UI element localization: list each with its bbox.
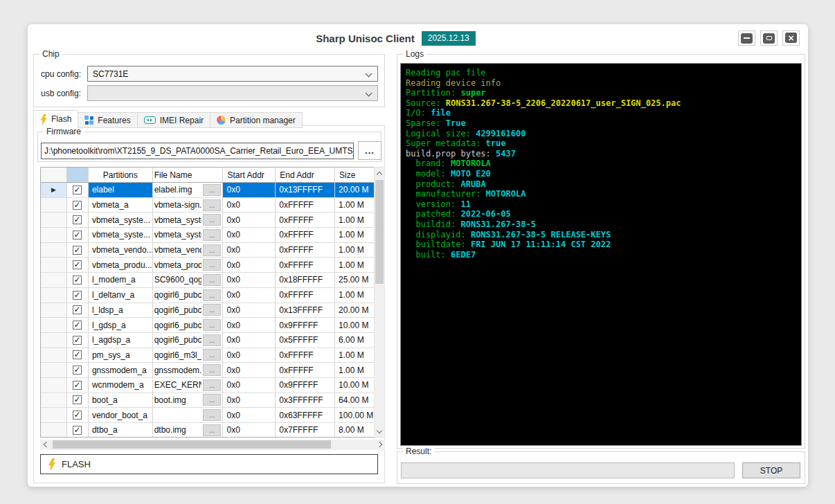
size-cell[interactable]: 6.00 M [335, 333, 374, 348]
table-row[interactable]: l_ldsp_aqogirl6_pubcp_......0x00x13FFFFF… [41, 303, 374, 318]
start-addr-cell[interactable]: 0x0 [223, 393, 276, 408]
row-selector-cell[interactable] [41, 198, 67, 213]
table-row[interactable]: vbmeta_vendo...vbmeta_vendor......0x00xF… [41, 243, 374, 258]
vertical-scroll-thumb[interactable] [375, 180, 384, 284]
row-browse-button[interactable]: ... [203, 244, 221, 256]
row-browse-button[interactable]: ... [203, 394, 221, 406]
start-addr-cell[interactable]: 0x0 [223, 408, 276, 422]
partition-checkbox[interactable] [73, 395, 82, 404]
end-addr-cell[interactable]: 0x63FFFFF [276, 408, 335, 422]
table-row[interactable]: vbmeta_syste...vbmeta_system......0x00xF… [41, 228, 374, 243]
end-addr-cell[interactable]: 0xFFFFF [276, 243, 335, 258]
partition-checkbox[interactable] [73, 260, 82, 269]
table-vertical-scrollbar[interactable] [374, 167, 385, 438]
table-row[interactable]: ▶elabelelabel.img...0x00x13FFFFF20.00 M [41, 183, 374, 198]
file-name-cell[interactable]: vbmeta_system....... [153, 213, 224, 227]
start-addr-cell[interactable]: 0x0 [223, 228, 276, 242]
partition-checkbox[interactable] [73, 411, 82, 420]
file-name-cell[interactable]: vbmeta_system...... [153, 228, 224, 242]
table-row[interactable]: pm_sys_aqogirl6_m3l_cm......0x00xFFFFF1.… [41, 348, 374, 363]
firmware-browse-button[interactable]: ... [358, 141, 381, 160]
file-name-cell[interactable]: qogirl6_pubcp_...... [153, 318, 224, 332]
partition-name-cell[interactable]: wcnmodem_a [89, 378, 153, 393]
file-name-cell[interactable]: EXEC_KERNE...... [153, 378, 224, 393]
tab-flash[interactable]: Flash [33, 110, 78, 128]
tab-features[interactable]: Features [78, 112, 137, 128]
start-addr-cell[interactable]: 0x0 [223, 243, 276, 258]
file-name-cell[interactable]: qogirl6_pubcp_...... [153, 303, 224, 318]
horizontal-scroll-thumb[interactable] [53, 440, 331, 449]
column-header-partitions[interactable]: Partitions [89, 168, 153, 182]
row-browse-button[interactable]: ... [203, 334, 221, 346]
file-name-cell[interactable]: vbmeta-sign.img... [153, 198, 224, 213]
scroll-left-arrow[interactable] [40, 440, 50, 449]
size-cell[interactable]: 1.00 M [335, 348, 374, 363]
partition-checkbox[interactable] [73, 246, 82, 255]
row-selector-cell[interactable] [41, 408, 67, 422]
size-cell[interactable]: 1.00 M [335, 288, 374, 303]
end-addr-cell[interactable]: 0x13FFFFF [276, 303, 335, 318]
row-selector-cell[interactable] [41, 288, 67, 303]
size-cell[interactable]: 1.00 M [335, 228, 374, 242]
row-selector-cell[interactable] [41, 213, 67, 227]
partition-name-cell[interactable]: gnssmodem_a [89, 363, 153, 377]
size-cell[interactable]: 10.00 M [335, 378, 374, 393]
table-row[interactable]: l_gdsp_aqogirl6_pubcp_......0x00x9FFFFF1… [41, 318, 374, 333]
row-browse-button[interactable]: ... [203, 349, 221, 361]
file-name-cell[interactable]: qogirl6_m3l_cm...... [153, 348, 224, 363]
file-name-cell[interactable]: qogirl6_pubcp_...... [153, 288, 224, 303]
end-addr-cell[interactable]: 0xFFFFF [276, 348, 335, 363]
end-addr-cell[interactable]: 0xFFFFF [276, 228, 335, 242]
row-selector-cell[interactable] [41, 423, 67, 438]
start-addr-cell[interactable]: 0x0 [223, 363, 276, 377]
partition-name-cell[interactable]: l_agdsp_a [89, 333, 153, 348]
start-addr-cell[interactable]: 0x0 [223, 198, 276, 213]
table-row[interactable]: vbmeta_avbmeta-sign.img...0x00xFFFFF1.00… [41, 198, 374, 213]
file-name-cell[interactable]: ... [153, 408, 224, 422]
partition-name-cell[interactable]: vendor_boot_a [89, 408, 153, 422]
size-cell[interactable]: 64.00 M [335, 393, 374, 408]
start-addr-cell[interactable]: 0x0 [223, 333, 276, 348]
row-selector-cell[interactable] [41, 303, 67, 318]
partition-checkbox[interactable] [73, 201, 82, 210]
start-addr-cell[interactable]: 0x0 [223, 423, 276, 438]
start-addr-cell[interactable]: 0x0 [223, 318, 276, 332]
partition-checkbox[interactable] [73, 426, 82, 435]
partition-checkbox[interactable] [73, 215, 82, 224]
row-browse-button[interactable]: ... [203, 424, 221, 436]
partition-name-cell[interactable]: l_modem_a [89, 273, 153, 287]
start-addr-cell[interactable]: 0x0 [223, 348, 276, 363]
size-cell[interactable]: 20.00 M [335, 183, 374, 197]
column-header-checkbox[interactable] [67, 168, 89, 182]
end-addr-cell[interactable]: 0x9FFFFF [276, 378, 335, 393]
scroll-down-arrow[interactable] [375, 426, 384, 436]
end-addr-cell[interactable]: 0x7FFFFF [276, 423, 335, 438]
usb-config-select[interactable] [87, 85, 378, 101]
start-addr-cell[interactable]: 0x0 [223, 183, 276, 197]
file-name-cell[interactable]: qogirl6_pubcp_...... [153, 333, 224, 348]
partition-name-cell[interactable]: l_deltanv_a [89, 288, 153, 303]
file-name-cell[interactable]: vbmeta_vendor...... [153, 243, 224, 258]
size-cell[interactable]: 1.00 M [335, 363, 374, 377]
row-browse-button[interactable]: ... [203, 364, 221, 376]
partition-checkbox[interactable] [73, 291, 82, 300]
tab-partition-manager[interactable]: Partition manager [210, 112, 303, 128]
partition-checkbox[interactable] [73, 231, 82, 240]
row-browse-button[interactable]: ... [203, 304, 221, 316]
end-addr-cell[interactable]: 0x18FFFFF [276, 273, 335, 287]
start-addr-cell[interactable]: 0x0 [223, 273, 276, 287]
partition-name-cell[interactable]: boot_a [89, 393, 153, 408]
table-horizontal-scrollbar[interactable] [40, 440, 385, 450]
end-addr-cell[interactable]: 0x5FFFFF [276, 333, 335, 348]
row-browse-button[interactable]: ... [203, 199, 221, 211]
partition-name-cell[interactable]: vbmeta_produ... [89, 258, 153, 272]
partition-checkbox[interactable] [73, 350, 82, 359]
partition-name-cell[interactable]: l_ldsp_a [89, 303, 153, 318]
table-row[interactable]: wcnmodem_aEXEC_KERNE......0x00x9FFFFF10.… [41, 378, 374, 393]
row-selector-cell[interactable] [41, 363, 67, 377]
file-name-cell[interactable]: vbmeta_produc...... [153, 258, 224, 272]
size-cell[interactable]: 1.00 M [335, 258, 374, 272]
file-name-cell[interactable]: elabel.img... [153, 183, 224, 197]
file-name-cell[interactable]: SC9600_qogirl6...... [153, 273, 224, 287]
start-addr-cell[interactable]: 0x0 [223, 213, 276, 227]
